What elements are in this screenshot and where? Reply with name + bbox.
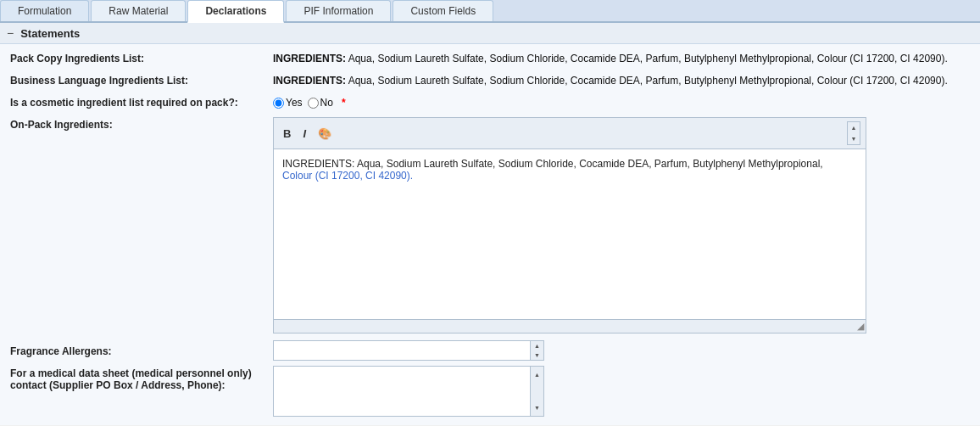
tab-raw-material[interactable]: Raw Material	[91, 0, 186, 21]
rte-body[interactable]: INGREDIENTS: Aqua, Sodium Laureth Sulfat…	[274, 149, 866, 319]
cosmetic-required-value: Yes No *	[273, 95, 970, 109]
fragrance-field[interactable]: ▲ ▼	[273, 340, 544, 361]
radio-no-text: No	[320, 97, 333, 109]
business-lang-value: INGREDIENTS: Aqua, Sodium Laureth Sulfat…	[273, 73, 970, 87]
collapse-button[interactable]: −	[7, 26, 14, 40]
radio-yes[interactable]	[273, 98, 284, 109]
business-lang-prefix: INGREDIENTS:	[273, 75, 346, 87]
onpack-text-line1: Aqua, Sodium Laureth Sulfate, Sodium Chl…	[354, 158, 822, 170]
business-lang-label: Business Language Ingredients List:	[10, 73, 273, 87]
onpack-text-line2: Colour (CI 17200, CI 42090).	[282, 170, 413, 182]
medical-arrows: ▲ ▼	[530, 367, 543, 416]
rte-scroll-down-btn[interactable]: ▼	[848, 133, 860, 144]
radio-no-label[interactable]: No	[308, 97, 333, 109]
rte-container: B I 🎨 ▲ ▼ INGREDIENTS: Aqua, Sodium Laur…	[273, 117, 866, 334]
tab-custom-fields[interactable]: Custom Fields	[393, 0, 493, 21]
radio-yes-text: Yes	[286, 97, 303, 109]
onpack-label: On-Pack Ingredients:	[10, 117, 273, 131]
onpack-editor-wrapper: B I 🎨 ▲ ▼ INGREDIENTS: Aqua, Sodium Laur…	[273, 117, 866, 334]
cosmetic-radio-group: Yes No *	[273, 97, 970, 109]
pack-copy-row: Pack Copy Ingredients List: INGREDIENTS:…	[10, 51, 970, 68]
pack-copy-text: Aqua, Sodium Laureth Sulfate, Sodium Chl…	[346, 53, 948, 64]
medical-row: For a medical data sheet (medical person…	[10, 366, 970, 417]
form-body: Pack Copy Ingredients List: INGREDIENTS:…	[0, 44, 980, 425]
rte-resize-handle[interactable]: ◢	[274, 319, 866, 333]
radio-no[interactable]	[308, 98, 319, 109]
radio-yes-label[interactable]: Yes	[273, 97, 303, 109]
tab-declarations[interactable]: Declarations	[187, 0, 284, 23]
cosmetic-required-row: Is a cosmetic ingredient list required o…	[10, 95, 970, 112]
pack-copy-value: INGREDIENTS: Aqua, Sodium Laureth Sulfat…	[273, 51, 970, 64]
pack-copy-label: Pack Copy Ingredients List:	[10, 51, 273, 64]
tab-pif-information[interactable]: PIF Information	[286, 0, 391, 21]
tab-formulation[interactable]: Formulation	[0, 0, 89, 21]
fragrance-input[interactable]	[274, 341, 543, 360]
bold-button[interactable]: B	[279, 126, 295, 142]
onpack-row: On-Pack Ingredients: B I 🎨 ▲ ▼	[10, 117, 970, 334]
rte-toolbar: B I 🎨 ▲ ▼	[274, 118, 866, 149]
business-lang-row: Business Language Ingredients List: INGR…	[10, 73, 970, 90]
section-title: Statements	[20, 27, 80, 40]
medical-arrow-down[interactable]: ▼	[531, 400, 543, 416]
medical-label: For a medical data sheet (medical person…	[10, 366, 273, 391]
fragrance-arrow-up[interactable]: ▲	[531, 341, 543, 350]
fragrance-label: Fragrance Allergens:	[10, 344, 273, 357]
business-lang-text: Aqua, Sodium Laureth Sulfate, Sodium Chl…	[346, 75, 948, 87]
medical-arrow-up[interactable]: ▲	[531, 367, 543, 383]
resize-icon: ◢	[857, 321, 864, 332]
fragrance-arrows: ▲ ▼	[530, 341, 543, 360]
paint-button[interactable]: 🎨	[314, 126, 336, 142]
rte-content[interactable]: INGREDIENTS: Aqua, Sodium Laureth Sulfat…	[274, 149, 866, 319]
cosmetic-required-label: Is a cosmetic ingredient list required o…	[10, 95, 273, 109]
tab-bar: Formulation Raw Material Declarations PI…	[0, 0, 980, 23]
medical-field[interactable]: ▲ ▼	[273, 366, 544, 417]
onpack-prefix: INGREDIENTS:	[282, 158, 354, 170]
italic-button[interactable]: I	[298, 126, 310, 142]
fragrance-row: Fragrance Allergens: ▲ ▼	[10, 340, 970, 361]
rte-scroll-up-btn[interactable]: ▲	[848, 122, 860, 133]
main-content: − Statements Pack Copy Ingredients List:…	[0, 23, 980, 425]
fragrance-arrow-down[interactable]: ▼	[531, 350, 543, 360]
section-header: − Statements	[0, 23, 980, 44]
medical-textarea[interactable]	[274, 367, 530, 416]
pack-copy-prefix: INGREDIENTS:	[273, 53, 346, 64]
required-indicator: *	[342, 97, 346, 109]
